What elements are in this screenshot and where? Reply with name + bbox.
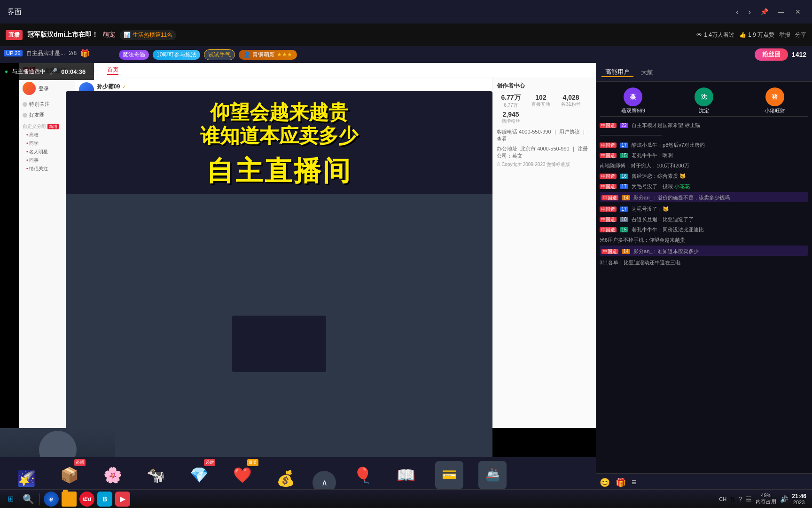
msg-username-zeng: 曾经迷恋：综合素质 🐱	[632, 173, 686, 179]
main-area: 微博 首页 登录 特别关注 好友圈	[0, 63, 596, 508]
gift-try-button[interactable]: 试试手气	[204, 49, 235, 60]
contact-info: 客服电话 4000-550-990 ｜ 用户协议 ｜ 查看	[497, 128, 592, 143]
back-button[interactable]: ‹	[733, 5, 742, 18]
taskbar-folder[interactable]	[61, 491, 78, 508]
chat-msg-311: 311各单：比亚迪混动还牛逼在三电	[600, 258, 808, 266]
like-count: 👍 1.9 万点赞	[739, 31, 774, 39]
msg-username-ying14: 影分an_：溢价的确提不是，该卖多少钱吗	[633, 195, 730, 200]
weibo-group-couple[interactable]: 情侣关注	[23, 165, 71, 173]
share-button[interactable]: 分享	[795, 31, 806, 39]
forward-button[interactable]: ›	[745, 5, 754, 18]
weibo-menu-special[interactable]: 特别关注	[23, 99, 71, 110]
call-active-icon: ●	[5, 68, 8, 75]
chat-tools: 😊 🎁 ≡	[600, 477, 808, 488]
gift-tool-icon[interactable]: 🎁	[616, 477, 626, 488]
china-badge-wei-cat: 中国造	[600, 206, 617, 212]
weibo-user-row: 登录	[23, 82, 71, 95]
gift-tags-bar: 魔法奇遇 10即可参与施法 试试手气 👤 青铜萌新 ★★★	[115, 46, 596, 63]
window-title-bar: 界面 ‹ › 📌 — ✕	[0, 0, 812, 24]
fans-button[interactable]: 粉丝团	[755, 48, 788, 61]
chat-msg-mi6: 米6用户换不掉手机：仰望会越来越贵	[600, 235, 808, 244]
level-badge-17b: 17	[620, 184, 628, 189]
taskbar-video-app[interactable]: ▶	[114, 491, 131, 508]
ie2-icon: iEd	[79, 492, 94, 507]
minimize-button[interactable]: —	[774, 5, 788, 18]
bullet-tool-icon[interactable]: ≡	[632, 477, 637, 488]
heartbox-badge: 爆奖	[247, 459, 258, 466]
volume-icon[interactable]: 🔊	[780, 495, 788, 503]
gift-tag-10[interactable]: 10即可参与施法	[153, 50, 200, 60]
view-count: 👁 1.4万人看过	[696, 31, 734, 39]
menu-icon[interactable]: ☰	[746, 495, 752, 503]
video-overlay: 仰望会越来越贵 谁知道本应卖多少 自主直播间	[66, 91, 492, 494]
weibo-menu-friends[interactable]: 好友圈	[23, 110, 71, 120]
report-button[interactable]: 举报	[779, 31, 790, 39]
taskbar-search[interactable]: 🔍	[20, 491, 37, 508]
cute-badge: 萌宠	[103, 31, 115, 39]
friends-icon	[23, 113, 27, 118]
star-box-icon: 📦	[60, 466, 79, 484]
live-badge: 直播	[6, 30, 23, 40]
pin-button[interactable]: 📌	[757, 5, 771, 18]
chat-msg-content-mi6: 米6用户换不掉手机：仰望会越来越贵	[600, 235, 808, 244]
taskbar-ie[interactable]: e	[43, 491, 60, 508]
redpacket-icon: 💰	[276, 469, 295, 487]
flower-highlight: 小花花	[674, 183, 690, 189]
star-icon	[23, 102, 27, 107]
level-badge-14: 14	[622, 195, 630, 200]
chat-msg-content-ying14: 中国造 14 影分an_：溢价的确提不是，该卖多少钱吗	[601, 193, 806, 201]
weibo-group-classmate[interactable]: 同学	[23, 139, 71, 148]
book-icon-wrap: 📖	[392, 461, 420, 489]
creator-stat-fans: 6.77万 6.77万	[497, 94, 525, 109]
chat-msg-content-wei-cat: 中国造 17 为毛号没了：🐱	[600, 204, 808, 213]
weibo-group-colleague[interactable]: 同事	[23, 156, 71, 165]
close-button[interactable]: ✕	[791, 5, 804, 18]
video-background	[66, 194, 492, 494]
new-badge: 新增	[47, 124, 59, 129]
chat-msg-wei-cat: 中国造 17 为毛号没了：🐱	[600, 204, 808, 213]
flower-icon-wrap: 🌸	[99, 461, 127, 489]
page-indicator: 2/8	[69, 50, 77, 56]
msg-username: 自主车模才是国家希望 标上猫	[632, 122, 700, 128]
level-badge-17c: 17	[620, 206, 628, 212]
video-top-text: 仰望会越来越贵 谁知道本应卖多少	[66, 91, 492, 148]
chat-msg-content-lao15b: 中国造 15 老孔牛牛牛：同价没法比亚迪比	[600, 225, 808, 233]
weibo-group-celebrity[interactable]: 名人明星	[23, 148, 71, 156]
taskbar-ie2[interactable]: iEd	[78, 491, 95, 508]
china-badge-ku: 中国造	[600, 143, 617, 148]
treasure-icon: 💎	[190, 466, 209, 484]
window-title: 界面	[8, 8, 22, 16]
weibo-right-panel: 创作者中心 6.77万 6.77万 102 直接互动 4,028 各31粉丝	[492, 78, 596, 428]
window-controls: ‹ › 📌 — ✕	[733, 5, 804, 18]
date-display: 2023-	[793, 500, 806, 505]
cow-icon: 🐄	[147, 466, 165, 484]
weibo-section-label: 自定义分组 新增	[23, 123, 71, 130]
start-icon[interactable]: ⊞	[2, 491, 19, 508]
chat-tab-high-energy[interactable]: 高能用户	[601, 68, 633, 77]
taskbar-right: CH S ? ☰ 49% 内存占用 🔊 21:46 2023-	[719, 492, 810, 505]
weibo-nav-home[interactable]: 首页	[107, 66, 118, 75]
gift-thumb-icon: 🎁	[80, 49, 90, 58]
creator-stat-new-fans: 2,945 新增粉丝	[497, 111, 525, 125]
chat-msg-content-311: 311各单：比亚迪混动还牛逼在三电	[600, 258, 808, 266]
top-user-3-avatar: 猪	[765, 87, 784, 106]
ship-icon: 🚢	[478, 461, 507, 489]
hot-icon: 📊	[124, 32, 131, 38]
follow-text: 自主品牌才是...	[26, 49, 65, 57]
china-badge-wu10: 中国造	[600, 217, 617, 222]
copyright: © Copyright 2009-2023 微博标准版	[497, 161, 592, 168]
cow-icon-wrap: 🐄	[142, 461, 170, 489]
gift-tag-magic: 魔法奇遇	[119, 50, 149, 60]
call-text: 与主播通话中	[12, 68, 46, 76]
sohu-icon[interactable]: S	[730, 495, 734, 503]
top-user-1-name: 燕双鹰669	[621, 107, 645, 114]
chat-msg-nan: 南地陈师傅：对于穷人，100万和200万	[600, 161, 808, 169]
weibo-group-school[interactable]: 高校	[23, 131, 71, 139]
msg-username-nan: 南地陈师傅：对于穷人，100万和200万	[600, 163, 689, 168]
chat-tab-big-sail[interactable]: 大航	[637, 68, 657, 77]
help-icon[interactable]: ?	[739, 495, 742, 503]
taskbar-bilibili[interactable]: B	[96, 491, 113, 508]
balloon-icon: 🎈	[353, 466, 372, 484]
emoji-tool-icon[interactable]: 😊	[600, 477, 610, 488]
up-badge: UP 26	[4, 50, 23, 56]
